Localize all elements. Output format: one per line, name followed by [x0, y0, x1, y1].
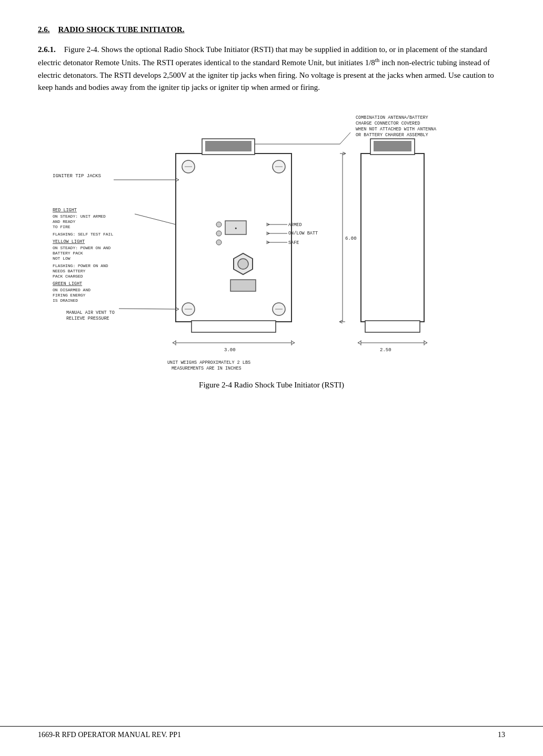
- diagram-svg: ●: [45, 106, 498, 374]
- svg-text:2.50: 2.50: [380, 348, 391, 353]
- svg-text:ON/LOW BATT: ON/LOW BATT: [288, 231, 318, 236]
- svg-text:ON STEADY: POWER ON AND: ON STEADY: POWER ON AND: [53, 246, 111, 250]
- svg-text:YELLOW LIGHT: YELLOW LIGHT: [53, 239, 85, 244]
- svg-text:OR BATTERY CHARGER ASSEMBLY: OR BATTERY CHARGER ASSEMBLY: [356, 132, 428, 138]
- svg-text:FLASHING: POWER ON AND: FLASHING: POWER ON AND: [53, 263, 108, 268]
- svg-text:IGNITER TIP JACKS: IGNITER TIP JACKS: [53, 173, 101, 179]
- figure-caption: Figure 2-4 Radio Shock Tube Initiator (R…: [199, 381, 344, 390]
- svg-rect-2: [205, 141, 252, 151]
- svg-text:MANUAL AIR VENT TO: MANUAL AIR VENT TO: [66, 310, 115, 315]
- svg-point-18: [238, 259, 248, 269]
- svg-text:COMBINATION ANTENNA/BATTERY: COMBINATION ANTENNA/BATTERY: [356, 115, 428, 120]
- svg-text:RED LIGHT: RED LIGHT: [53, 208, 77, 213]
- para-number: 2.6.1.: [38, 45, 56, 54]
- svg-text:NEEDS BATTERY: NEEDS BATTERY: [53, 269, 86, 273]
- svg-text:MEASUREMENTS ARE IN INCHES: MEASUREMENTS ARE IN INCHES: [172, 366, 242, 371]
- svg-line-25: [340, 132, 350, 144]
- svg-text:3.00: 3.00: [224, 348, 236, 353]
- svg-line-28: [119, 309, 176, 309]
- diagram-wrapper: ●: [45, 106, 498, 374]
- svg-rect-22: [374, 141, 411, 151]
- svg-text:NOT LOW: NOT LOW: [53, 256, 71, 261]
- svg-rect-23: [365, 321, 420, 332]
- footer-left: 1669-R RFD OPERATOR MANUAL REV. PP1: [38, 731, 181, 739]
- footer: 1669-R RFD OPERATOR MANUAL REV. PP1 13: [0, 726, 543, 739]
- svg-text:ON DISARMED AND: ON DISARMED AND: [53, 288, 91, 292]
- svg-rect-0: [176, 154, 291, 322]
- svg-text:FIRING ENERGY: FIRING ENERGY: [53, 293, 86, 298]
- svg-text:UNIT WEIGHS APPROXIMATELY 2 LB: UNIT WEIGHS APPROXIMATELY 2 LBS: [167, 360, 250, 365]
- svg-point-14: [216, 240, 222, 245]
- svg-rect-19: [230, 280, 256, 291]
- svg-point-13: [216, 231, 222, 236]
- svg-rect-3: [192, 321, 276, 332]
- svg-text:RELIEVE PRESSURE: RELIEVE PRESSURE: [66, 316, 109, 321]
- svg-text:GREEN LIGHT: GREEN LIGHT: [53, 281, 82, 287]
- svg-text:IS DRAINED: IS DRAINED: [53, 298, 78, 303]
- svg-text:CHARGE CONNECTOR COVERED: CHARGE CONNECTOR COVERED: [356, 121, 420, 126]
- paragraph-1: 2.6.1.Figure 2-4. Shows the optional Rad…: [38, 44, 505, 94]
- svg-text:PACK CHARGED: PACK CHARGED: [53, 274, 83, 279]
- svg-text:SAFE: SAFE: [288, 240, 299, 246]
- svg-line-27: [135, 214, 176, 224]
- svg-text:WHEN NOT ATTACHED WITH ANTENNA: WHEN NOT ATTACHED WITH ANTENNA: [356, 127, 437, 132]
- svg-text:BATTERY PACK: BATTERY PACK: [53, 251, 83, 256]
- svg-text:TO FIRE: TO FIRE: [53, 224, 71, 229]
- svg-rect-20: [361, 154, 424, 322]
- svg-text:AND READY: AND READY: [53, 219, 75, 224]
- svg-text:●: ●: [235, 226, 237, 230]
- svg-text:FLASHING: SELF TEST FAIL: FLASHING: SELF TEST FAIL: [53, 232, 113, 237]
- section-header: 2.6. RADIO SHOCK TUBE INITIATOR.: [38, 25, 505, 34]
- svg-text:ARMED: ARMED: [288, 222, 302, 228]
- section-title: RADIO SHOCK TUBE INITIATOR.: [58, 25, 185, 34]
- footer-right: 13: [498, 731, 505, 739]
- section-number: 2.6.: [38, 25, 50, 34]
- svg-text:ON STEADY: UNIT ARMED: ON STEADY: UNIT ARMED: [53, 214, 106, 219]
- figure-area: ●: [38, 106, 505, 390]
- svg-text:6.00: 6.00: [345, 236, 357, 241]
- svg-point-12: [216, 222, 222, 227]
